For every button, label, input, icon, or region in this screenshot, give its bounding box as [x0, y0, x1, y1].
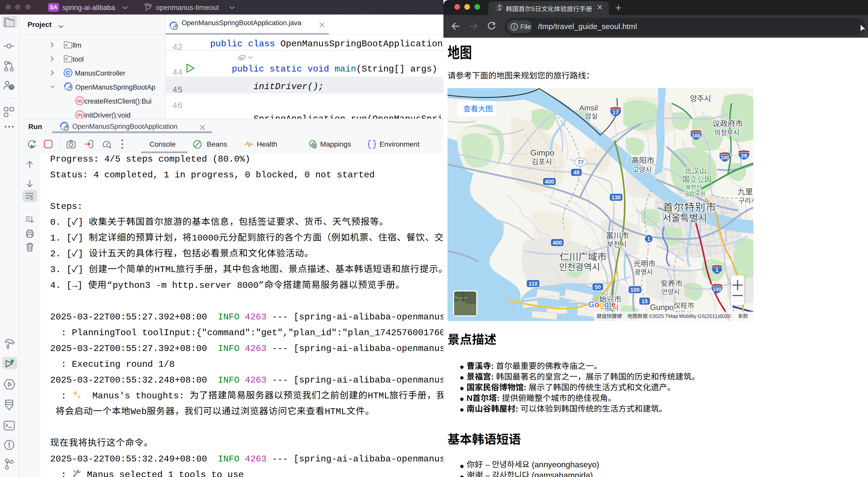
svg-text:부천시: 부천시 [607, 239, 626, 249]
svg-text:100: 100 [630, 287, 640, 293]
svg-text:400: 400 [553, 240, 562, 246]
svg-text:Gunpo: Gunpo [650, 301, 674, 312]
svg-text:130: 130 [612, 194, 621, 200]
svg-text:암실: 암실 [585, 111, 598, 121]
svg-text:100: 100 [721, 155, 729, 160]
svg-text:50: 50 [595, 284, 601, 290]
svg-text:의정부시: 의정부시 [714, 127, 739, 137]
svg-text:김포시: 김포시 [531, 156, 552, 166]
svg-text:1: 1 [715, 267, 718, 273]
svg-text:15: 15 [642, 298, 648, 305]
svg-text:고양시: 고양시 [633, 164, 652, 174]
svg-text:l: l [609, 300, 611, 309]
svg-text:m: m [77, 112, 82, 118]
svg-text:?: ? [10, 85, 13, 89]
svg-text:서울특별시: 서울특별시 [662, 210, 707, 224]
svg-text:양주시: 양주시 [690, 92, 711, 104]
svg-text:键盘快捷键: 键盘快捷键 [596, 312, 622, 319]
svg-text:G: G [588, 300, 594, 309]
svg-text:17: 17 [612, 109, 619, 116]
svg-text:100: 100 [692, 133, 700, 138]
svg-text:e: e [611, 300, 616, 309]
svg-text:C: C [66, 70, 70, 76]
svg-text:地图数据 ©2025 TMap Mobility GS(20: 地图数据 ©2025 TMap Mobility GS(2011)6020 [627, 312, 731, 319]
svg-text:400: 400 [545, 179, 554, 185]
svg-text:인천광역시: 인천광역시 [559, 260, 600, 273]
svg-text:안양시: 안양시 [661, 287, 680, 296]
svg-text:국립공원: 국립공원 [684, 189, 706, 198]
svg-text:查看大图: 查看大图 [463, 103, 493, 114]
svg-text:구리시: 구리시 [738, 195, 753, 205]
svg-text:48: 48 [573, 169, 580, 176]
svg-text:o: o [594, 300, 599, 309]
svg-text:광명시: 광명시 [634, 267, 653, 276]
svg-text:1: 1 [647, 236, 650, 242]
svg-text:m: m [77, 98, 82, 104]
svg-text:110: 110 [528, 281, 538, 287]
svg-text:条款: 条款 [738, 312, 748, 319]
svg-text:29: 29 [741, 153, 747, 159]
svg-text:g: g [604, 300, 609, 309]
svg-text:国立公园: 国立公园 [682, 173, 712, 184]
svg-text:77: 77 [578, 159, 584, 165]
svg-text:议政府市: 议政府市 [712, 117, 743, 129]
svg-text:100: 100 [713, 286, 721, 292]
svg-text:o: o [599, 300, 604, 309]
svg-text:高阳市: 高阳市 [631, 154, 654, 165]
